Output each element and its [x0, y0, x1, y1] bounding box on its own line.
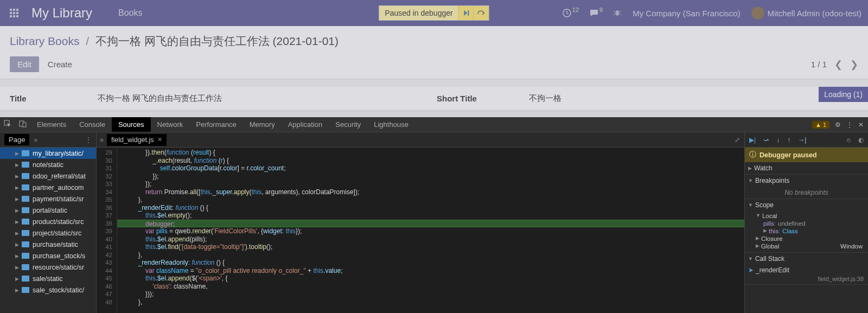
svg-line-13: [620, 11, 622, 12]
tree-item[interactable]: ▶odoo_referral/stat: [0, 170, 96, 182]
expand-icon[interactable]: ⤢: [730, 136, 744, 144]
devtools-tab-application[interactable]: Application: [282, 117, 329, 132]
avatar: [751, 7, 764, 20]
watch-section[interactable]: ▶Watch: [745, 162, 868, 175]
apps-icon[interactable]: [7, 5, 22, 21]
step-button-icon[interactable]: →|: [798, 136, 806, 144]
messages-icon[interactable]: 9: [589, 8, 602, 18]
tree-item[interactable]: ▶resource/static/sr: [0, 261, 96, 273]
svg-rect-3: [10, 12, 12, 14]
menu-books[interactable]: Books: [118, 8, 142, 18]
messages-count: 9: [599, 7, 603, 13]
devtools-tab-sources[interactable]: Sources: [112, 117, 151, 132]
file-tree-panel: Page » ⋮ ▶my_library/static/▶note/static…: [0, 132, 97, 313]
page-tab[interactable]: Page: [4, 134, 29, 145]
tree-item[interactable]: ▶my_library/static/: [0, 148, 96, 159]
tree-header: Page » ⋮: [0, 132, 96, 148]
svg-rect-1: [13, 9, 15, 11]
loading-badge: Loading (1): [819, 87, 868, 102]
tree-item[interactable]: ▶portal/static: [0, 205, 96, 216]
pager-next-icon[interactable]: ❯: [850, 59, 858, 71]
nav-toggle-icon[interactable]: ⎆: [97, 136, 107, 144]
tree-item[interactable]: ▶product/static/src: [0, 216, 96, 227]
edit-button[interactable]: Edit: [10, 56, 39, 72]
create-button[interactable]: Create: [48, 60, 72, 69]
step-over-button-icon[interactable]: ⤻: [763, 136, 769, 144]
short-title-value: 不拘一格: [529, 93, 868, 104]
devtools: ElementsConsoleSourcesNetworkPerformance…: [0, 117, 868, 313]
tree-item[interactable]: ▶sale/static: [0, 273, 96, 284]
resume-button-icon[interactable]: ▶|: [749, 136, 756, 144]
resume-icon[interactable]: [458, 6, 474, 20]
paused-label: Paused in debugger: [379, 9, 458, 17]
tree-item[interactable]: ▶note/static: [0, 159, 96, 170]
callstack-section[interactable]: ▼Call Stack ➤_renderEdit field_widget.js…: [745, 253, 868, 285]
close-tab-icon[interactable]: ✕: [157, 136, 162, 143]
bug-icon[interactable]: [613, 8, 622, 18]
devtools-tab-performance[interactable]: Performance: [189, 117, 242, 132]
settings-icon[interactable]: ⚙: [835, 121, 841, 129]
devtools-tabs: ElementsConsoleSourcesNetworkPerformance…: [0, 117, 868, 132]
svg-line-15: [620, 14, 622, 15]
pause-exceptions-icon[interactable]: ◐: [858, 136, 864, 144]
scope-section[interactable]: ▼Scope ▼Local pills:undefined ▶this:Clas…: [745, 199, 868, 253]
devtools-tab-network[interactable]: Network: [151, 117, 190, 132]
svg-rect-4: [13, 12, 15, 14]
top-nav: My Library Books Paused in debugger 12 9…: [0, 0, 868, 26]
tree-item[interactable]: ▶purchase/static: [0, 239, 96, 250]
device-icon[interactable]: [15, 120, 30, 129]
tree-item[interactable]: ▶purchase_stock/s: [0, 250, 96, 261]
company-switcher[interactable]: My Company (San Francisco): [633, 9, 740, 18]
info-icon: ⓘ: [749, 150, 756, 159]
breadcrumb: Library Books / 不拘一格 网飞的自由与责任工作法 (2021-0…: [10, 34, 858, 49]
devtools-tab-console[interactable]: Console: [73, 117, 112, 132]
tree-item[interactable]: ▶partner_autocom: [0, 182, 96, 193]
file-tree[interactable]: ▶my_library/static/▶note/static▶odoo_ref…: [0, 148, 96, 313]
file-tab[interactable]: field_widget.js ✕: [107, 134, 167, 146]
activity-icon[interactable]: 12: [562, 8, 578, 18]
step-into-button-icon[interactable]: ↓: [776, 136, 780, 144]
file-tab-label: field_widget.js: [111, 136, 154, 144]
tree-item[interactable]: ▶project/static/src: [0, 227, 96, 239]
app-title[interactable]: My Library: [31, 5, 92, 21]
svg-rect-9: [468, 10, 469, 16]
form-area: Title 不拘一格 网飞的自由与责任工作法 Short Title 不拘一格 …: [0, 79, 868, 111]
paused-in-debugger-badge: Paused in debugger: [379, 5, 489, 21]
svg-rect-7: [13, 15, 15, 17]
breakpoints-section[interactable]: ▼Breakpoints No breakpoints: [745, 175, 868, 199]
pager-prev-icon[interactable]: ❮: [834, 59, 843, 71]
pager-text: 1 / 1: [811, 60, 827, 69]
step-out-button-icon[interactable]: ↑: [787, 136, 790, 144]
tree-more-icon[interactable]: »: [34, 136, 37, 144]
step-over-icon[interactable]: [474, 6, 489, 20]
svg-rect-5: [16, 12, 18, 14]
warnings-badge[interactable]: ▲ 1: [812, 121, 829, 129]
source-panel: ⎆ field_widget.js ✕ ⤢ 293031323334353637…: [97, 132, 744, 313]
tree-menu-icon[interactable]: ⋮: [85, 136, 92, 144]
form-row: Title 不拘一格 网飞的自由与责任工作法 Short Title 不拘一格 …: [0, 87, 868, 110]
code-editor[interactable]: 2930313233343536373839404142434445464748…: [97, 148, 744, 313]
breadcrumb-root[interactable]: Library Books: [10, 35, 79, 47]
stack-frame[interactable]: ➤_renderEdit: [745, 265, 868, 276]
devtools-tab-memory[interactable]: Memory: [243, 117, 282, 132]
svg-line-12: [613, 11, 615, 12]
deactivate-bp-icon[interactable]: ⎋: [847, 136, 851, 144]
svg-rect-0: [10, 9, 12, 11]
svg-rect-8: [16, 15, 18, 17]
user-menu[interactable]: Mitchell Admin (odoo-test): [751, 7, 861, 20]
title-value: 不拘一格 网飞的自由与责任工作法: [98, 93, 437, 104]
svg-rect-6: [10, 15, 12, 17]
short-title-label: Short Title: [437, 94, 529, 103]
tree-item[interactable]: ▶sale_stock/static/: [0, 284, 96, 296]
close-icon[interactable]: ✕: [858, 121, 864, 129]
svg-point-11: [615, 10, 620, 16]
tree-item[interactable]: ▶payment/static/sr: [0, 193, 96, 205]
more-icon[interactable]: ⋮: [846, 121, 853, 129]
top-right: 12 9 My Company (San Francisco) Mitchell…: [562, 7, 861, 20]
devtools-tab-elements[interactable]: Elements: [30, 117, 73, 132]
source-tabs: ⎆ field_widget.js ✕ ⤢: [97, 132, 744, 148]
breadcrumb-row: Library Books / 不拘一格 网飞的自由与责任工作法 (2021-0…: [0, 26, 868, 52]
inspect-icon[interactable]: [0, 120, 15, 129]
devtools-tab-lighthouse[interactable]: Lighthouse: [367, 117, 415, 132]
devtools-tab-security[interactable]: Security: [329, 117, 367, 132]
